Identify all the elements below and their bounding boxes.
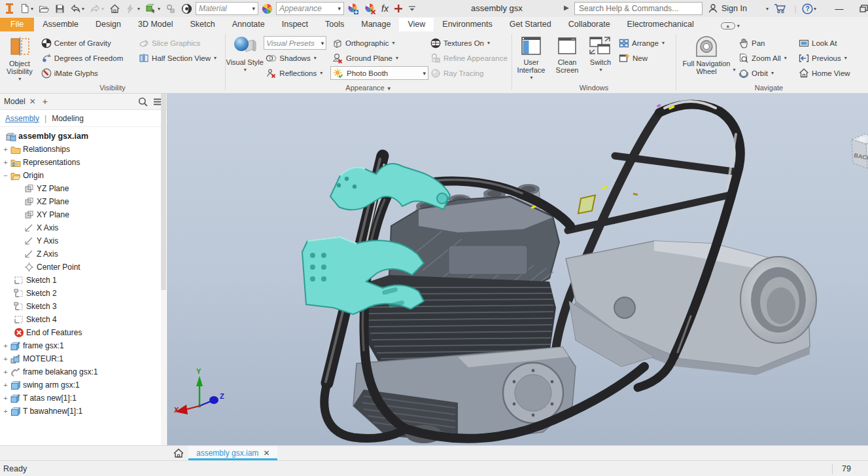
browser-scrollbar[interactable] [161,94,166,445]
tree-item-yz-plane[interactable]: YZ Plane [0,182,167,195]
look-at-button[interactable]: Look At [797,36,859,50]
tab-annotate[interactable]: Annotate [224,18,273,31]
object-visibility-caret-icon[interactable]: ▾ [18,75,21,83]
expander-icon[interactable]: + [1,394,10,402]
tree-item-t-atas[interactable]: + T atas new[1]:1 [0,392,167,405]
undo-button[interactable]: ▾ [68,1,86,16]
visual-style-caret-icon[interactable]: ▾ [244,66,247,74]
tab-get-started[interactable]: Get Started [501,18,560,31]
tree-item-representations[interactable]: + Representations [0,156,167,169]
tab-manage[interactable]: Manage [353,18,399,31]
home-tab-button[interactable] [169,446,188,460]
document-tab-close-icon[interactable]: ✕ [263,449,269,458]
half-section-view-button[interactable]: Half Section View ▾ [137,51,225,65]
shadows-caret-icon[interactable]: ▾ [314,55,317,61]
ground-plane-button[interactable]: Ground Plane ▾ [330,51,428,65]
degrees-of-freedom-button[interactable]: Degrees of Freedom [39,51,137,65]
tree-item-sketch-3[interactable]: Sketch 3 [0,300,167,313]
pan-button[interactable]: Pan [737,36,797,50]
tree-item-origin[interactable]: − Origin [0,169,167,182]
expander-icon[interactable]: + [1,342,10,350]
appearance-combo[interactable]: Appearance ▾ [276,2,344,15]
orthographic-button[interactable]: Orthographic ▾ [330,36,428,50]
tree-item-moteur[interactable]: + MOTEUR:1 [0,352,167,365]
tree-item-sketch-2[interactable]: Sketch 2 [0,287,167,300]
tab-electromechanical[interactable]: Electromechanical [619,18,703,31]
imate-glyphs-button[interactable]: iMate Glyphs [39,66,137,80]
tree-item-center-point[interactable]: Center Point [0,261,167,274]
shadows-button[interactable]: Shadows ▾ [264,51,330,65]
mode-tab-assembly[interactable]: Assembly [5,114,39,123]
tab-file[interactable]: File [0,18,34,31]
visual-presets-combo[interactable]: Visual Presets ▾ [264,36,326,50]
mode-tab-modeling[interactable]: Modeling [52,114,84,123]
viewport-3d[interactable]: BACK X Y Z [167,94,868,445]
tree-item-sketch-1[interactable]: Sketch 1 [0,274,167,287]
photo-booth-button[interactable]: Photo Booth ▾ [330,66,428,80]
expander-icon[interactable]: + [1,407,10,415]
tab-3d-model[interactable]: 3D Model [130,18,182,31]
center-of-gravity-button[interactable]: Center of Gravity [39,36,137,50]
arrange-caret-icon[interactable]: ▾ [662,40,665,46]
expander-icon[interactable]: + [1,381,10,389]
collapse-icon[interactable]: − [1,172,10,179]
imate-button[interactable] [164,1,178,16]
tree-item-t-bawah[interactable]: + T bawahnew[1]:1 [0,405,167,418]
expander-icon[interactable]: + [1,158,10,166]
restore-button[interactable] [854,0,868,17]
tab-environments[interactable]: Environments [434,18,500,31]
appearance-panel-caret-icon[interactable]: ▼ [387,86,392,92]
local-update-button[interactable]: ▾ [124,1,142,16]
tab-assemble[interactable]: Assemble [34,18,87,31]
open-file-button[interactable] [37,1,52,16]
component-visibility-button[interactable]: ▾ [143,1,162,16]
minimize-button[interactable]: — [829,0,849,17]
help-button[interactable]: ? ▾ [799,0,819,17]
tab-inspect[interactable]: Inspect [273,18,317,31]
home-view-button[interactable]: Home View [797,66,859,80]
help-search-input[interactable] [574,2,703,15]
document-tab-active[interactable]: assembly gsx.iam ✕ [188,446,277,460]
tab-design[interactable]: Design [87,18,130,31]
browser-add-tab-button[interactable]: + [43,96,48,107]
tab-tools[interactable]: Tools [317,18,353,31]
new-window-button[interactable]: New [617,51,674,65]
tree-item-z-axis[interactable]: Z Axis [0,247,167,261]
tree-item-relationships[interactable]: + Relationships [0,143,167,156]
color-wheel-icon[interactable] [260,1,275,16]
zoom-all-button[interactable]: Zoom All ▾ [737,51,797,65]
browser-search-icon[interactable] [138,97,148,107]
panel-label-navigate[interactable]: Navigate [676,84,861,92]
tree-item-frame-belakang[interactable]: + frame belakang gsx:1 [0,365,167,378]
previous-view-button[interactable]: Previous ▾ [797,51,859,65]
reflections-caret-icon[interactable]: ▾ [320,70,322,76]
tree-item-swing-arm[interactable]: + swing arm gsx:1 [0,378,167,392]
customize-qat-icon[interactable] [406,1,418,16]
panel-label-visibility[interactable]: Visibility [0,84,225,92]
tab-collaborate[interactable]: Collaborate [560,18,619,31]
browser-tab-model[interactable]: Model ✕ [4,97,36,106]
clear-appearance-icon[interactable] [362,1,378,16]
new-file-button[interactable]: ▾ [18,1,35,16]
add-quick-access-icon[interactable] [392,1,405,16]
home-button[interactable] [107,1,122,16]
tree-item-assembly-root[interactable]: assembly gsx.iam [0,130,167,143]
tree-item-xz-plane[interactable]: XZ Plane [0,195,167,208]
viewport-canvas[interactable]: BACK X Y Z [167,94,868,445]
zoom-all-caret-icon[interactable]: ▾ [784,55,787,61]
panel-label-windows[interactable]: Windows [512,84,676,92]
tree-item-x-axis[interactable]: X Axis [0,221,167,234]
reflections-button[interactable]: Reflections ▾ [264,66,330,80]
help-caret-icon[interactable]: ▾ [814,6,816,12]
expander-icon[interactable]: + [1,355,10,363]
textures-on-button[interactable]: Textures On ▾ [428,36,512,50]
arrange-button[interactable]: Arrange ▾ [617,36,674,50]
orbit-caret-icon[interactable]: ▾ [771,70,774,76]
redo-button[interactable]: ▾ [88,1,106,16]
half-section-view-caret-icon[interactable]: ▾ [214,55,217,61]
save-button[interactable] [53,1,67,16]
ribbon-display-toggle[interactable]: ▲▾ [721,22,740,29]
parameters-fx-button[interactable]: fx [379,1,391,16]
orthographic-caret-icon[interactable]: ▾ [392,40,394,46]
viewcube[interactable]: BACK [852,134,868,168]
